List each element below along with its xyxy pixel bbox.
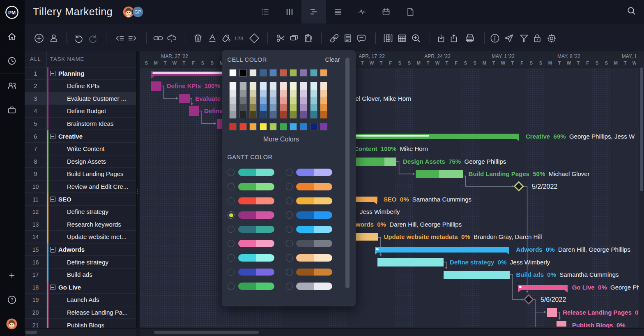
svg-text:GP: GP: [134, 9, 141, 14]
svg-text:PM: PM: [8, 10, 16, 16]
svg-text:?: ?: [11, 297, 13, 302]
